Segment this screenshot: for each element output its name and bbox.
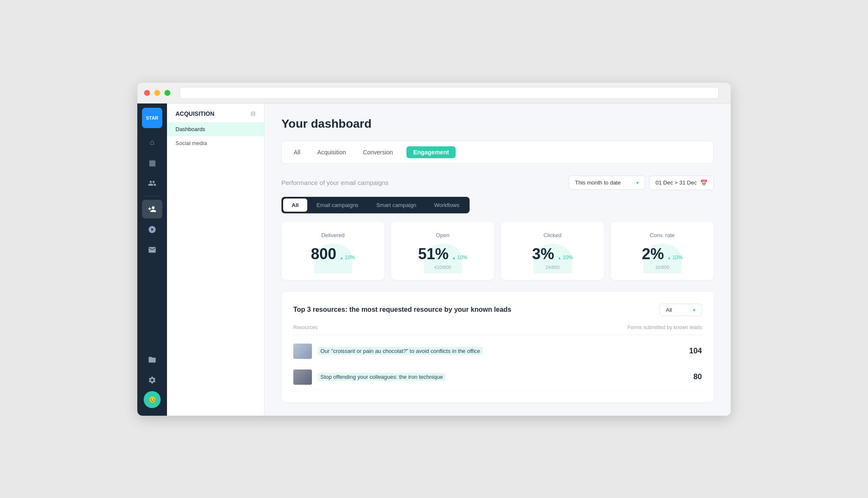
sidebar-item-email[interactable] <box>142 241 162 259</box>
resource-left-2: Stop offending your colleagues: the iron… <box>293 369 445 385</box>
sidebar-item-settings[interactable] <box>142 371 162 389</box>
metric-card-clicked: Clicked 3% 10% 24/800 <box>501 222 604 280</box>
sidebar-item-avatar[interactable]: 😊 <box>144 391 161 408</box>
metric-card-delivered: Delivered 800 10% <box>281 222 384 280</box>
url-bar[interactable] <box>180 87 719 99</box>
tabs-row: All Acquisition Conversion Engagement <box>281 141 714 164</box>
resources-card: Top 3 resources: the most requested reso… <box>281 292 714 402</box>
performance-section-title: Performance of your email campaigns <box>281 179 389 186</box>
metric-value-row-conv: 2% 10% <box>642 245 683 263</box>
tab-acquisition[interactable]: Acquisition <box>314 147 350 157</box>
campaign-tab-smart[interactable]: Smart campaign <box>368 199 425 212</box>
date-filter-dropdown[interactable]: This month to date <box>569 176 645 190</box>
metric-sub-clicked: 24/800 <box>545 265 560 270</box>
secondary-sidebar: ACQUISITION ⊟ Dashboards Social media <box>167 104 264 416</box>
metric-value-open: 51% <box>418 245 448 263</box>
chevron-down-icon <box>636 179 639 186</box>
table-header-row: Resources Forms submitted by known leads <box>293 325 702 335</box>
sidebar-item-people[interactable] <box>142 174 162 193</box>
metric-label-conv-rate: Conv. rate <box>650 232 675 238</box>
metric-value-row-open: 51% 10% <box>418 245 467 263</box>
resource-left-1: Our "croissant or pain au chocolat?" to … <box>293 344 483 359</box>
filter-controls: This month to date 01 Dec > 31 Dec <box>569 176 714 190</box>
sidebar-item-targets[interactable] <box>142 220 162 239</box>
close-btn[interactable] <box>144 90 150 96</box>
arrow-up-icon-clicked <box>558 255 562 260</box>
sidebar-item-home[interactable]: ⌂ <box>142 133 162 152</box>
metric-change-conv: 10% <box>668 255 683 260</box>
metric-value-row-clicked: 3% 10% <box>532 245 573 263</box>
metric-change-open: 10% <box>452 255 467 260</box>
page-title: Your dashboard <box>281 117 714 131</box>
resource-thumb-2 <box>293 369 312 385</box>
arrow-up-icon-open <box>452 255 456 260</box>
metric-label-open: Open <box>436 232 450 238</box>
calendar-icon <box>700 179 707 186</box>
metric-value-row-delivered: 800 10% <box>311 245 355 263</box>
app-layout: STAR ⌂ ▦ <box>137 104 731 416</box>
arrow-up-icon-conv <box>668 255 672 260</box>
nav-divider <box>144 196 161 196</box>
tab-conversion[interactable]: Conversion <box>359 147 396 157</box>
logo-text: STAR <box>146 115 158 120</box>
resource-count-1: 104 <box>689 347 702 355</box>
tab-engagement[interactable]: Engagement <box>406 146 456 158</box>
metric-cards: Delivered 800 10% Open <box>281 222 714 280</box>
resources-header: Top 3 resources: the most requested reso… <box>293 304 702 316</box>
sidebar-nav-social-media[interactable]: Social media <box>167 136 264 150</box>
metric-label-delivered: Delivered <box>321 232 345 238</box>
main-content: Your dashboard All Acquisition Conversio… <box>264 104 731 416</box>
nav-sidebar: STAR ⌂ ▦ <box>137 104 167 416</box>
resource-row: Our "croissant or pain au chocolat?" to … <box>293 339 702 364</box>
maximize-btn[interactable] <box>164 90 170 96</box>
sidebar-item-contacts[interactable] <box>142 200 162 218</box>
resource-count-2: 80 <box>693 372 702 381</box>
resource-thumb-1 <box>293 344 312 359</box>
metric-card-conv-rate: Conv. rate 2% 10% 16/800 <box>611 222 714 280</box>
metric-change-clicked: 10% <box>558 255 573 260</box>
resource-name-1[interactable]: Our "croissant or pain au chocolat?" to … <box>318 347 483 355</box>
campaign-tab-all[interactable]: All <box>283 199 307 212</box>
metric-value-clicked: 3% <box>532 245 554 263</box>
tab-all[interactable]: All <box>290 147 304 157</box>
metric-sub-open: 410/800 <box>434 265 451 270</box>
resource-name-2[interactable]: Stop offending your colleagues: the iron… <box>318 373 445 381</box>
browser-window: STAR ⌂ ▦ <box>137 83 731 416</box>
browser-toolbar <box>137 83 731 104</box>
date-range-button[interactable]: 01 Dec > 31 Dec <box>649 176 714 190</box>
nav-bottom: 😊 <box>142 350 162 411</box>
metric-value-conv: 2% <box>642 245 664 263</box>
resource-row: Stop offending your colleagues: the iron… <box>293 364 702 390</box>
sidebar-item-folder[interactable] <box>142 350 162 369</box>
col-forms-header: Forms submitted by known leads <box>628 325 702 330</box>
minimize-btn[interactable] <box>154 90 160 96</box>
sidebar-item-dashboard[interactable]: ▦ <box>142 154 162 172</box>
nav-logo: STAR <box>142 108 162 128</box>
campaign-tab-email[interactable]: Email campaigns <box>308 199 367 212</box>
performance-section-header: Performance of your email campaigns This… <box>281 176 714 190</box>
arrow-up-icon <box>340 255 344 260</box>
resources-filter-dropdown[interactable]: All <box>659 304 702 316</box>
metric-value-delivered: 800 <box>311 245 336 263</box>
sidebar-nav-dashboards[interactable]: Dashboards <box>167 122 264 136</box>
col-resources-header: Resources <box>293 325 317 330</box>
campaign-tab-workflows[interactable]: Workflows <box>426 199 468 212</box>
resources-title: Top 3 resources: the most requested reso… <box>293 306 512 313</box>
metric-change-delivered: 10% <box>340 255 355 260</box>
metric-sub-conv: 16/800 <box>655 265 670 270</box>
campaign-tabs: All Email campaigns Smart campaign Workf… <box>281 197 470 213</box>
resources-chevron-down-icon <box>693 307 696 313</box>
metric-card-open: Open 51% 10% 410/800 <box>391 222 494 280</box>
metric-label-clicked: Clicked <box>543 232 562 238</box>
secondary-sidebar-title: ACQUISITION ⊟ <box>167 110 264 122</box>
collapse-icon[interactable]: ⊟ <box>250 110 256 117</box>
